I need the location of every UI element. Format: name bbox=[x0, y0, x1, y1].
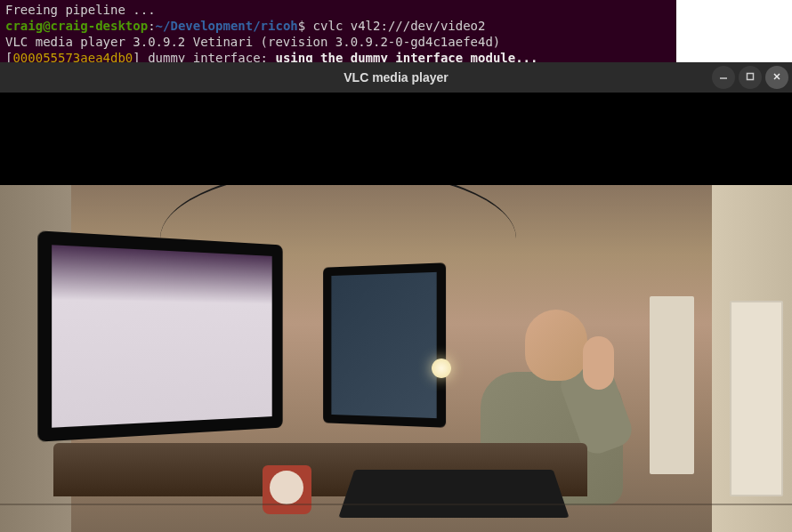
terminal-path: ~/Development/ricoh bbox=[156, 19, 298, 33]
svg-rect-1 bbox=[748, 74, 754, 80]
scene-keyboard bbox=[338, 470, 569, 518]
vlc-player-window: VLC media player bbox=[0, 62, 792, 532]
terminal-output-line: Freeing pipeline ... bbox=[5, 2, 671, 18]
scene-door bbox=[730, 301, 783, 496]
close-icon bbox=[772, 71, 781, 84]
scene-lamp bbox=[432, 359, 451, 412]
video-frame-360 bbox=[0, 185, 792, 532]
scene-mic-boom bbox=[160, 185, 516, 238]
scene-monitor-right bbox=[323, 262, 446, 428]
terminal-sigil: $ bbox=[298, 19, 313, 33]
terminal-command: cvlc v4l2:///dev/video2 bbox=[313, 19, 486, 33]
terminal-text: Freeing pipeline ... bbox=[5, 3, 156, 17]
close-button[interactable] bbox=[765, 66, 788, 89]
window-controls bbox=[712, 66, 788, 89]
minimize-button[interactable] bbox=[712, 66, 735, 89]
window-titlebar[interactable]: VLC media player bbox=[0, 62, 792, 93]
scene-monitors bbox=[44, 238, 418, 470]
scene-floor-line bbox=[0, 504, 792, 505]
scene-monitor-left bbox=[37, 230, 282, 441]
terminal-prompt-line: craig@craig-desktop:~/Development/ricoh$… bbox=[5, 18, 671, 34]
video-canvas[interactable] bbox=[0, 93, 792, 532]
window-title: VLC media player bbox=[343, 70, 449, 85]
terminal-window[interactable]: Freeing pipeline ... craig@craig-desktop… bbox=[0, 0, 676, 62]
terminal-text: VLC media player 3.0.9.2 Vetinari (revis… bbox=[5, 35, 500, 49]
terminal-output-line: VLC media player 3.0.9.2 Vetinari (revis… bbox=[5, 34, 671, 50]
scene-thumbs-up bbox=[583, 336, 614, 390]
minimize-icon bbox=[719, 71, 728, 84]
terminal-user-host: craig@craig-desktop bbox=[5, 19, 148, 33]
terminal-colon: : bbox=[148, 19, 155, 33]
maximize-button[interactable] bbox=[739, 66, 762, 89]
maximize-icon bbox=[746, 71, 755, 84]
scene-mug bbox=[263, 465, 311, 514]
